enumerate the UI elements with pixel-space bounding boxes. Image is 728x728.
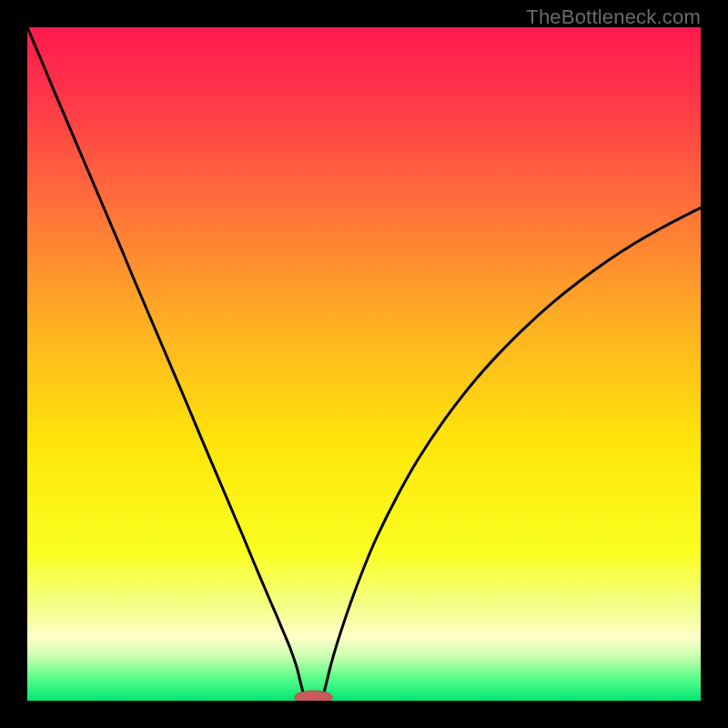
chart-frame: TheBottleneck.com (0, 0, 728, 728)
trough-marker (295, 691, 332, 701)
watermark-text: TheBottleneck.com (526, 5, 701, 29)
plot-area (27, 27, 701, 701)
chart-svg (27, 27, 701, 701)
gradient-background (27, 27, 701, 701)
